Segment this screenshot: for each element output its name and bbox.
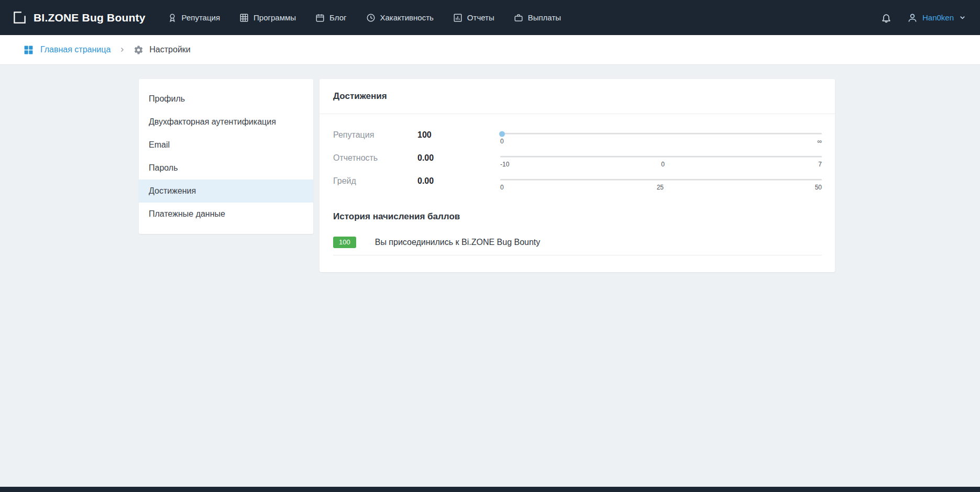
breadcrumb-home-link[interactable]: Главная страница [24, 45, 111, 55]
menu-item-label: Профиль [149, 94, 185, 104]
settings-menu-item-password[interactable]: Пароль [139, 156, 313, 180]
settings-menu-item-2fa[interactable]: Двухфакторная аутентификация [139, 110, 313, 133]
main-nav: Репутация Программы Блог Хакактивность О… [168, 13, 561, 23]
metrics-section: Репутация 100 0 ∞ Отчетность 0.00 [320, 114, 835, 202]
scale-max: ∞ [817, 138, 822, 145]
menu-item-label: Пароль [149, 163, 178, 173]
breadcrumb: Главная страница Настройки [0, 35, 980, 65]
settings-menu-item-payment-details[interactable]: Платежные данные [139, 203, 313, 226]
metric-label: Репутация [333, 130, 417, 140]
scale-mid [658, 138, 664, 145]
menu-item-label: Двухфакторная аутентификация [149, 117, 276, 127]
breadcrumb-current: Настройки [134, 45, 190, 55]
points-history-title: История начисления баллов [333, 211, 822, 222]
panel-title: Достижения [333, 91, 387, 101]
nav-item-blog[interactable]: Блог [315, 13, 346, 23]
history-text: Вы присоединились к Bi.ZONE Bug Bounty [375, 238, 541, 247]
user-avatar-icon [907, 13, 918, 23]
reputation-slider: 0 ∞ [500, 130, 822, 145]
nav-label: Блог [329, 13, 346, 22]
blog-icon [315, 13, 325, 23]
user-name: Han0ken [922, 13, 954, 22]
payouts-briefcase-icon [514, 13, 523, 23]
nav-item-payouts[interactable]: Выплаты [514, 13, 561, 23]
nav-label: Репутация [182, 13, 220, 22]
slider-rail [500, 156, 822, 158]
scale-max: 7 [817, 161, 822, 168]
bizone-logo-icon [13, 10, 27, 25]
reports-icon [453, 13, 463, 23]
metric-label: Грейд [333, 176, 417, 186]
brand[interactable]: BI.ZONE Bug Bounty [13, 10, 146, 25]
breadcrumb-home-label: Главная страница [40, 45, 111, 54]
nav-item-programs[interactable]: Программы [239, 13, 296, 23]
metric-value: 100 [417, 130, 500, 140]
gear-icon [134, 45, 144, 55]
metric-label: Отчетность [333, 153, 417, 163]
metric-value: 0.00 [417, 176, 500, 186]
brand-title: BI.ZONE Bug Bounty [34, 12, 146, 24]
nav-item-reputation[interactable]: Репутация [168, 13, 220, 23]
nav-label: Выплаты [528, 13, 561, 22]
menu-item-label: Email [149, 140, 170, 150]
settings-menu-item-profile[interactable]: Профиль [139, 87, 313, 110]
slider-scale: 0 ∞ [500, 138, 822, 145]
nav-item-reports[interactable]: Отчеты [453, 13, 494, 23]
nav-label: Отчеты [467, 13, 494, 22]
nav-label: Программы [254, 13, 296, 22]
settings-menu: Профиль Двухфакторная аутентификация Ema… [139, 79, 313, 234]
menu-item-label: Платежные данные [149, 209, 225, 219]
slider-rail [500, 133, 822, 135]
scale-mid: 0 [660, 161, 666, 168]
top-nav-bar: BI.ZONE Bug Bounty Репутация Программы Б… [0, 0, 980, 35]
history-row: 100 Вы присоединились к Bi.ZONE Bug Boun… [333, 237, 822, 255]
notifications-bell-icon[interactable] [881, 13, 891, 23]
nav-label: Хакактивность [380, 13, 434, 22]
metric-row-reporting: Отчетность 0.00 -10 0 7 [333, 153, 822, 168]
grade-slider: 0 25 50 [500, 176, 822, 191]
nav-item-hackactivity[interactable]: Хакактивность [366, 13, 434, 23]
scale-min: 0 [500, 138, 505, 145]
reputation-icon [168, 13, 177, 23]
metric-row-reputation: Репутация 100 0 ∞ [333, 130, 822, 145]
topbar-right: Han0ken [881, 13, 966, 23]
programs-icon [239, 13, 249, 23]
user-menu[interactable]: Han0ken [907, 13, 966, 23]
points-badge: 100 [333, 237, 356, 248]
breadcrumb-current-label: Настройки [149, 45, 190, 54]
scale-min: 0 [500, 184, 505, 191]
metric-row-grade: Грейд 0.00 0 25 50 [333, 176, 822, 191]
settings-menu-item-achievements[interactable]: Достижения [139, 180, 313, 203]
points-history-section: История начисления баллов 100 Вы присоед… [320, 202, 835, 269]
scale-max: 50 [815, 184, 822, 191]
panel-header: Достижения [320, 79, 835, 114]
settings-menu-item-email[interactable]: Email [139, 133, 313, 156]
main-content: Профиль Двухфакторная аутентификация Ema… [0, 65, 980, 487]
slider-scale: -10 0 7 [500, 161, 822, 168]
achievements-panel: Достижения Репутация 100 0 ∞ О [320, 79, 835, 272]
slider-rail [500, 179, 822, 181]
slider-handle [499, 131, 505, 137]
scale-min: -10 [500, 161, 509, 168]
bottom-strip [0, 487, 980, 492]
menu-item-label: Достижения [149, 186, 196, 196]
reporting-slider: -10 0 7 [500, 153, 822, 168]
chevron-down-icon [959, 14, 966, 21]
metric-value: 0.00 [417, 153, 500, 163]
slider-scale: 0 25 50 [500, 184, 822, 191]
dashboard-grid-icon [24, 45, 34, 55]
hackactivity-history-icon [366, 13, 376, 23]
scale-mid: 25 [657, 184, 664, 191]
breadcrumb-separator-icon [119, 47, 125, 53]
